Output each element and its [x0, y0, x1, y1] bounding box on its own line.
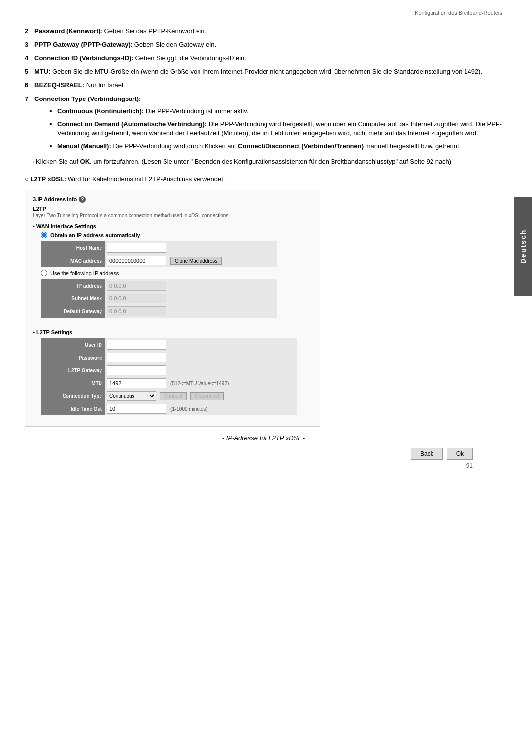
list-item-5: 5 MTU: Geben Sie die MTU-Größe ein (wenn… [25, 67, 502, 77]
connection-type-row: Connection Type Continuous Connect on De… [41, 390, 297, 402]
arrow-note: →Klicken Sie auf OK, um fortzufahren. (L… [25, 157, 502, 166]
connect-button[interactable]: Connect [160, 392, 187, 400]
hostname-label: Host Name [41, 241, 105, 254]
page-number: 91 [25, 462, 502, 469]
subnet-mask-input [107, 294, 166, 303]
wan-section-label: • WAN Interface Settings [33, 223, 312, 229]
mtu-hint: (512<=MTU Value<=1492) [170, 381, 229, 386]
mtu-row: MTU (512<=MTU Value<=1492) [41, 377, 297, 390]
use-ip-label: Use the following IP address [50, 270, 119, 276]
ip-fields-table: IP address Subnet Mask Default Gateway [41, 279, 277, 318]
mac-address-input[interactable] [107, 256, 166, 265]
mac-address-label: MAC address [41, 254, 105, 267]
use-ip-radio-row[interactable]: Use the following IP address [41, 270, 312, 276]
idle-timeout-hint: (1-1000 minutes) [170, 406, 208, 412]
password-input[interactable] [107, 353, 166, 362]
ip-address-value-cell [105, 279, 277, 292]
obtain-ip-radio[interactable] [41, 232, 47, 238]
use-ip-radio[interactable] [41, 270, 47, 276]
clone-mac-button[interactable]: Clone Mac address [170, 257, 222, 265]
mac-address-row: MAC address Clone Mac address [41, 254, 277, 267]
header-title: Konfiguration des Breitband-Routers [415, 10, 502, 16]
side-tab-label: Deutsch [519, 229, 527, 263]
wan-fields-table: Host Name MAC address Clone Mac address [41, 241, 277, 267]
password-value-cell [105, 351, 297, 364]
default-gateway-label: Default Gateway [41, 305, 105, 318]
caption-text: - IP-Adresse für L2TP xDSL - [222, 434, 305, 442]
idle-timeout-row: Idle Time Out (1-1000 minutes) [41, 402, 297, 415]
default-gateway-input [107, 306, 166, 316]
l2tp-desc: Layer Two Tunneling Protocol is a common… [33, 213, 312, 218]
back-button[interactable]: Back [411, 448, 443, 460]
l2tp-gateway-label: L2TP Gateway [41, 364, 105, 377]
bullet-continuous: Continuous (Kontinuierlich): Die PPP-Ver… [49, 106, 502, 116]
user-id-label: User ID [41, 338, 105, 351]
default-gateway-value-cell [105, 305, 277, 318]
l2tp-subtitle: L2TP [33, 206, 312, 212]
mtu-input[interactable] [107, 378, 166, 388]
configuration-panel: 3.IP Address Info ? L2TP Layer Two Tunne… [25, 190, 320, 427]
side-tab: Deutsch [514, 197, 532, 296]
idle-timeout-value-cell: (1-1000 minutes) [105, 402, 297, 415]
list-item-7: 7 Connection Type (Verbindungsart): Cont… [25, 94, 502, 151]
connection-type-bullets: Continuous (Kontinuierlich): Die PPP-Ver… [49, 106, 502, 151]
list-item-4: 4 Connection ID (Verbindungs-ID): Geben … [25, 53, 502, 63]
idle-timeout-label: Idle Time Out [41, 402, 105, 415]
hostname-row: Host Name [41, 241, 277, 254]
subnet-mask-label: Subnet Mask [41, 292, 105, 305]
mtu-value-cell: (512<=MTU Value<=1492) [105, 377, 297, 390]
bullet-connect-on-demand: Connect on Demand (Automatische Verbindu… [49, 119, 502, 138]
ok-button[interactable]: Ok [447, 448, 473, 460]
list-item-2: 2 Password (Kennwort): Geben Sie das PPT… [25, 26, 502, 36]
obtain-ip-label: Obtain an IP address automatically [50, 232, 140, 238]
mtu-label: MTU [41, 377, 105, 390]
ip-address-input [107, 281, 166, 291]
user-id-row: User ID [41, 338, 297, 351]
mac-address-value-cell: Clone Mac address [105, 254, 277, 267]
ip-header-text: 3.IP Address Info [33, 197, 77, 202]
password-row: Password [41, 351, 297, 364]
list-item-6: 6 BEZEQ-ISRAEL: Nur für Israel [25, 80, 502, 90]
idle-timeout-input[interactable] [107, 404, 166, 414]
help-icon[interactable]: ? [79, 196, 86, 203]
connection-type-label: Connection Type [41, 390, 105, 402]
password-label: Password [41, 351, 105, 364]
default-gateway-row: Default Gateway [41, 305, 277, 318]
l2tp-gateway-value-cell [105, 364, 297, 377]
bullet-manual: Manual (Manuell): Die PPP-Verbindung wir… [49, 141, 502, 151]
hostname-input[interactable] [107, 243, 166, 253]
connection-type-value-cell: Continuous Connect on Demand Manual Conn… [105, 390, 297, 402]
subnet-mask-row: Subnet Mask [41, 292, 277, 305]
user-id-value-cell [105, 338, 297, 351]
list-item-3: 3 PPTP Gateway (PPTP-Gateway): Geben Sie… [25, 40, 502, 50]
l2tp-gateway-row: L2TP Gateway [41, 364, 297, 377]
connection-type-select[interactable]: Continuous Connect on Demand Manual [107, 391, 156, 401]
hostname-value-cell [105, 241, 277, 254]
ip-address-info-header: 3.IP Address Info ? [33, 196, 312, 203]
user-id-input[interactable] [107, 340, 166, 350]
ip-address-label: IP address [41, 279, 105, 292]
caption: - IP-Adresse für L2TP xDSL - [25, 434, 502, 442]
instruction-list: 2 Password (Kennwort): Geben Sie das PPT… [25, 26, 502, 151]
l2tp-fields-table: User ID Password L2TP Gateway [41, 338, 297, 415]
ip-address-row: IP address [41, 279, 277, 292]
bottom-nav: Back Ok [25, 448, 502, 460]
l2tp-gateway-input[interactable] [107, 365, 166, 375]
l2tp-heading: ○ L2TP xDSL: Wird für Kabelmodems mit L2… [25, 174, 502, 184]
subnet-mask-value-cell [105, 292, 277, 305]
l2tp-settings-label: • L2TP Settings [33, 329, 312, 335]
page-header: Konfiguration des Breitband-Routers [25, 10, 502, 18]
disconnect-button[interactable]: Disconnect [190, 392, 223, 400]
obtain-ip-radio-row[interactable]: Obtain an IP address automatically [41, 232, 312, 238]
